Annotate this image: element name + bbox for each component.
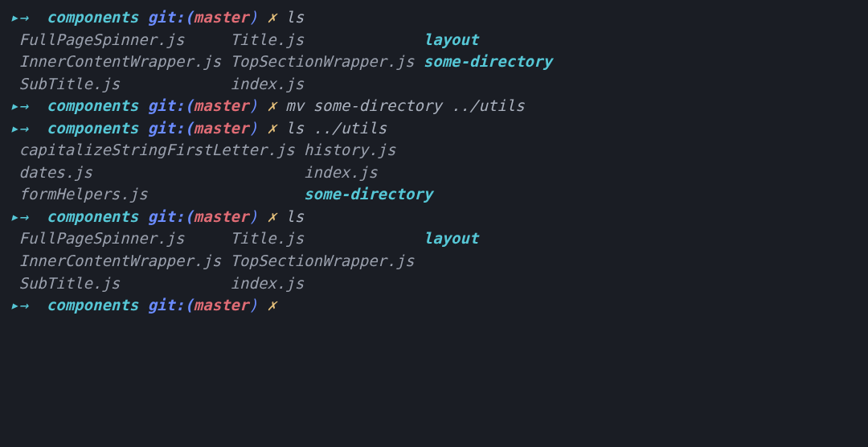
- output-row: FullPageSpinner.js Title.js layout: [10, 228, 858, 250]
- git-label: git:(: [148, 119, 194, 137]
- file-name: Title.js: [231, 31, 424, 48]
- prompt-arrow-icon: ▸→: [10, 119, 28, 137]
- file-name: TopSectionWrapper.js: [231, 52, 424, 70]
- git-label: git:(: [148, 207, 194, 225]
- output-row: FullPageSpinner.js Title.js layout: [10, 29, 858, 51]
- git-branch: master: [194, 296, 249, 314]
- prompt-arrow-icon: ▸→: [10, 207, 28, 225]
- git-label: git:(: [148, 8, 194, 26]
- prompt-line[interactable]: ▸→ components git:(master) ✗ ls: [10, 206, 858, 228]
- prompt-dir: components: [47, 207, 138, 225]
- prompt-line[interactable]: ▸→ components git:(master) ✗ mv some-dir…: [10, 95, 858, 117]
- command-text: ls ../utils: [285, 119, 387, 137]
- output-row: dates.js index.js: [10, 162, 858, 184]
- git-close: ): [248, 96, 257, 114]
- git-dirty-icon: ✗: [267, 296, 276, 314]
- git-dirty-icon: ✗: [267, 207, 276, 225]
- git-branch: master: [194, 119, 249, 137]
- git-branch: master: [194, 96, 249, 114]
- terminal-output: ▸→ components git:(master) ✗ ls FullPage…: [10, 6, 858, 317]
- file-name: FullPageSpinner.js: [18, 31, 230, 48]
- prompt-dir: components: [47, 296, 138, 314]
- prompt-arrow-icon: ▸→: [10, 296, 28, 314]
- prompt-line[interactable]: ▸→ components git:(master) ✗ ls: [10, 6, 858, 29]
- prompt-arrow-icon: ▸→: [10, 8, 28, 26]
- file-name: history.js: [304, 141, 395, 158]
- file-name: capitalizeStringFirstLetter.js: [18, 141, 304, 158]
- file-name: TopSectionWrapper.js: [231, 252, 415, 269]
- output-row: SubTitle.js index.js: [10, 73, 858, 96]
- command-text: ls: [285, 8, 304, 26]
- file-name: formHelpers.js: [18, 185, 304, 203]
- prompt-dir: components: [47, 119, 138, 137]
- file-name: index.js: [231, 75, 305, 92]
- directory-name: some-directory: [304, 185, 432, 203]
- git-label: git:(: [148, 96, 194, 114]
- git-dirty-icon: ✗: [267, 8, 276, 26]
- output-row: capitalizeStringFirstLetter.js history.j…: [10, 139, 858, 162]
- file-name: index.js: [231, 274, 305, 292]
- git-dirty-icon: ✗: [267, 96, 276, 114]
- command-text: mv some-directory ../utils: [285, 96, 524, 114]
- output-row: InnerContentWrapper.js TopSectionWrapper…: [10, 51, 858, 73]
- git-close: ): [248, 8, 257, 26]
- output-row: InnerContentWrapper.js TopSectionWrapper…: [10, 250, 858, 273]
- file-name: index.js: [304, 163, 378, 181]
- directory-name: layout: [424, 229, 479, 247]
- file-name: FullPageSpinner.js: [18, 229, 230, 247]
- output-row: formHelpers.js some-directory: [10, 183, 858, 206]
- file-name: SubTitle.js: [18, 75, 230, 92]
- file-name: SubTitle.js: [18, 274, 230, 292]
- file-name: InnerContentWrapper.js: [18, 252, 230, 269]
- directory-name: some-directory: [424, 52, 552, 70]
- git-close: ): [248, 119, 257, 137]
- git-close: ): [248, 296, 257, 314]
- git-label: git:(: [148, 296, 194, 314]
- file-name: InnerContentWrapper.js: [18, 52, 230, 70]
- file-name: dates.js: [18, 163, 304, 181]
- prompt-line[interactable]: ▸→ components git:(master) ✗: [10, 294, 858, 317]
- prompt-arrow-icon: ▸→: [10, 96, 28, 114]
- git-branch: master: [194, 207, 249, 225]
- git-branch: master: [194, 8, 249, 26]
- prompt-dir: components: [47, 96, 138, 114]
- git-dirty-icon: ✗: [267, 119, 276, 137]
- prompt-dir: components: [47, 8, 138, 26]
- directory-name: layout: [424, 31, 479, 48]
- prompt-line[interactable]: ▸→ components git:(master) ✗ ls ../utils: [10, 117, 858, 140]
- git-close: ): [248, 207, 257, 225]
- file-name: Title.js: [231, 229, 424, 247]
- command-text: ls: [285, 207, 304, 225]
- output-row: SubTitle.js index.js: [10, 273, 858, 295]
